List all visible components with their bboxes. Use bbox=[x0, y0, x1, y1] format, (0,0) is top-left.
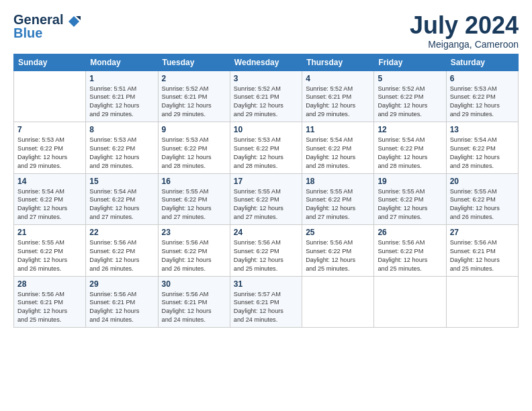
calendar-table: SundayMondayTuesdayWednesdayThursdayFrid… bbox=[13, 54, 519, 328]
day-info: Sunrise: 5:55 AM Sunset: 6:22 PM Dayligh… bbox=[234, 187, 298, 222]
day-number: 24 bbox=[234, 228, 298, 237]
weekday-header-tuesday: Tuesday bbox=[158, 54, 230, 71]
calendar-container: General Blue July 2024 Meiganga, Cameroo… bbox=[0, 0, 532, 334]
day-cell: 17Sunrise: 5:55 AM Sunset: 6:22 PM Dayli… bbox=[230, 173, 302, 225]
day-cell bbox=[374, 276, 446, 328]
day-cell: 20Sunrise: 5:55 AM Sunset: 6:22 PM Dayli… bbox=[446, 173, 518, 225]
day-info: Sunrise: 5:56 AM Sunset: 6:21 PM Dayligh… bbox=[450, 238, 515, 273]
day-info: Sunrise: 5:56 AM Sunset: 6:21 PM Dayligh… bbox=[17, 290, 82, 325]
day-info: Sunrise: 5:54 AM Sunset: 6:22 PM Dayligh… bbox=[89, 187, 154, 222]
day-number: 31 bbox=[234, 279, 298, 289]
day-number: 3 bbox=[234, 74, 298, 83]
day-cell: 30Sunrise: 5:56 AM Sunset: 6:21 PM Dayli… bbox=[158, 276, 230, 328]
day-cell: 27Sunrise: 5:56 AM Sunset: 6:21 PM Dayli… bbox=[446, 225, 518, 277]
day-cell: 1Sunrise: 5:51 AM Sunset: 6:21 PM Daylig… bbox=[86, 71, 158, 122]
day-number: 29 bbox=[89, 279, 154, 289]
day-info: Sunrise: 5:52 AM Sunset: 6:22 PM Dayligh… bbox=[378, 85, 442, 120]
day-number: 25 bbox=[306, 228, 370, 237]
day-info: Sunrise: 5:53 AM Sunset: 6:22 PM Dayligh… bbox=[234, 136, 298, 171]
location: Meiganga, Cameroon bbox=[410, 39, 519, 50]
day-number: 18 bbox=[306, 177, 370, 186]
month-year: July 2024 bbox=[410, 12, 519, 39]
day-info: Sunrise: 5:56 AM Sunset: 6:21 PM Dayligh… bbox=[89, 290, 154, 325]
day-number: 16 bbox=[162, 177, 226, 186]
day-cell: 15Sunrise: 5:54 AM Sunset: 6:22 PM Dayli… bbox=[86, 173, 158, 225]
weekday-header-wednesday: Wednesday bbox=[230, 54, 302, 71]
day-number: 12 bbox=[378, 125, 442, 134]
day-info: Sunrise: 5:54 AM Sunset: 6:22 PM Dayligh… bbox=[306, 136, 370, 171]
logo: General Blue bbox=[13, 12, 81, 41]
day-info: Sunrise: 5:56 AM Sunset: 6:22 PM Dayligh… bbox=[306, 238, 370, 273]
day-cell: 25Sunrise: 5:56 AM Sunset: 6:22 PM Dayli… bbox=[302, 225, 374, 277]
week-row-3: 14Sunrise: 5:54 AM Sunset: 6:22 PM Dayli… bbox=[14, 173, 519, 225]
day-cell bbox=[446, 276, 518, 328]
weekday-header-monday: Monday bbox=[86, 54, 158, 71]
day-number: 8 bbox=[89, 125, 154, 134]
day-info: Sunrise: 5:57 AM Sunset: 6:21 PM Dayligh… bbox=[234, 290, 298, 325]
day-info: Sunrise: 5:56 AM Sunset: 6:22 PM Dayligh… bbox=[162, 238, 226, 273]
day-number: 2 bbox=[162, 74, 226, 83]
day-cell: 4Sunrise: 5:52 AM Sunset: 6:21 PM Daylig… bbox=[302, 71, 374, 122]
day-number: 13 bbox=[450, 125, 515, 134]
day-info: Sunrise: 5:54 AM Sunset: 6:22 PM Dayligh… bbox=[17, 187, 82, 222]
week-row-4: 21Sunrise: 5:55 AM Sunset: 6:22 PM Dayli… bbox=[14, 225, 519, 277]
day-cell: 8Sunrise: 5:53 AM Sunset: 6:22 PM Daylig… bbox=[86, 122, 158, 174]
day-number: 1 bbox=[89, 74, 154, 83]
day-cell: 26Sunrise: 5:56 AM Sunset: 6:22 PM Dayli… bbox=[374, 225, 446, 277]
day-number: 21 bbox=[17, 228, 82, 237]
day-number: 22 bbox=[89, 228, 154, 237]
day-number: 4 bbox=[306, 74, 370, 83]
day-cell: 28Sunrise: 5:56 AM Sunset: 6:21 PM Dayli… bbox=[14, 276, 86, 328]
week-row-5: 28Sunrise: 5:56 AM Sunset: 6:21 PM Dayli… bbox=[14, 276, 519, 328]
weekday-header-row: SundayMondayTuesdayWednesdayThursdayFrid… bbox=[14, 54, 519, 71]
weekday-header-friday: Friday bbox=[374, 54, 446, 71]
day-number: 5 bbox=[378, 74, 442, 83]
logo-general: General bbox=[13, 12, 63, 27]
day-cell: 12Sunrise: 5:54 AM Sunset: 6:22 PM Dayli… bbox=[374, 122, 446, 174]
day-number: 27 bbox=[450, 228, 515, 237]
day-info: Sunrise: 5:55 AM Sunset: 6:22 PM Dayligh… bbox=[17, 238, 82, 273]
day-info: Sunrise: 5:51 AM Sunset: 6:21 PM Dayligh… bbox=[89, 85, 154, 120]
week-row-1: 1Sunrise: 5:51 AM Sunset: 6:21 PM Daylig… bbox=[14, 71, 519, 122]
day-cell: 23Sunrise: 5:56 AM Sunset: 6:22 PM Dayli… bbox=[158, 225, 230, 277]
day-number: 11 bbox=[306, 125, 370, 134]
weekday-header-thursday: Thursday bbox=[302, 54, 374, 71]
day-cell: 18Sunrise: 5:55 AM Sunset: 6:22 PM Dayli… bbox=[302, 173, 374, 225]
day-number: 7 bbox=[17, 125, 82, 134]
day-info: Sunrise: 5:53 AM Sunset: 6:22 PM Dayligh… bbox=[162, 136, 226, 171]
day-info: Sunrise: 5:56 AM Sunset: 6:22 PM Dayligh… bbox=[234, 238, 298, 273]
day-info: Sunrise: 5:56 AM Sunset: 6:21 PM Dayligh… bbox=[162, 290, 226, 325]
day-cell: 21Sunrise: 5:55 AM Sunset: 6:22 PM Dayli… bbox=[14, 225, 86, 277]
day-info: Sunrise: 5:56 AM Sunset: 6:22 PM Dayligh… bbox=[89, 238, 154, 273]
weekday-header-saturday: Saturday bbox=[446, 54, 518, 71]
day-number: 17 bbox=[234, 177, 298, 186]
day-cell: 9Sunrise: 5:53 AM Sunset: 6:22 PM Daylig… bbox=[158, 122, 230, 174]
day-cell: 22Sunrise: 5:56 AM Sunset: 6:22 PM Dayli… bbox=[86, 225, 158, 277]
day-info: Sunrise: 5:55 AM Sunset: 6:22 PM Dayligh… bbox=[306, 187, 370, 222]
day-info: Sunrise: 5:53 AM Sunset: 6:22 PM Dayligh… bbox=[89, 136, 154, 171]
day-cell: 24Sunrise: 5:56 AM Sunset: 6:22 PM Dayli… bbox=[230, 225, 302, 277]
day-cell: 29Sunrise: 5:56 AM Sunset: 6:21 PM Dayli… bbox=[86, 276, 158, 328]
header: General Blue July 2024 Meiganga, Cameroo… bbox=[13, 12, 519, 50]
day-info: Sunrise: 5:53 AM Sunset: 6:22 PM Dayligh… bbox=[17, 136, 82, 171]
day-info: Sunrise: 5:56 AM Sunset: 6:22 PM Dayligh… bbox=[378, 238, 442, 273]
day-cell bbox=[14, 71, 86, 122]
title-block: July 2024 Meiganga, Cameroon bbox=[410, 12, 519, 50]
day-info: Sunrise: 5:55 AM Sunset: 6:22 PM Dayligh… bbox=[450, 187, 515, 222]
day-cell: 6Sunrise: 5:53 AM Sunset: 6:22 PM Daylig… bbox=[446, 71, 518, 122]
week-row-2: 7Sunrise: 5:53 AM Sunset: 6:22 PM Daylig… bbox=[14, 122, 519, 174]
day-info: Sunrise: 5:55 AM Sunset: 6:22 PM Dayligh… bbox=[162, 187, 226, 222]
day-number: 19 bbox=[378, 177, 442, 186]
day-info: Sunrise: 5:52 AM Sunset: 6:21 PM Dayligh… bbox=[234, 85, 298, 120]
logo-icon bbox=[67, 15, 81, 28]
day-cell: 5Sunrise: 5:52 AM Sunset: 6:22 PM Daylig… bbox=[374, 71, 446, 122]
day-info: Sunrise: 5:54 AM Sunset: 6:22 PM Dayligh… bbox=[378, 136, 442, 171]
logo-blue: Blue bbox=[13, 26, 42, 41]
day-cell: 16Sunrise: 5:55 AM Sunset: 6:22 PM Dayli… bbox=[158, 173, 230, 225]
day-info: Sunrise: 5:52 AM Sunset: 6:21 PM Dayligh… bbox=[162, 85, 226, 120]
day-number: 23 bbox=[162, 228, 226, 237]
day-number: 14 bbox=[17, 177, 82, 186]
day-cell: 3Sunrise: 5:52 AM Sunset: 6:21 PM Daylig… bbox=[230, 71, 302, 122]
day-cell: 31Sunrise: 5:57 AM Sunset: 6:21 PM Dayli… bbox=[230, 276, 302, 328]
day-number: 20 bbox=[450, 177, 515, 186]
